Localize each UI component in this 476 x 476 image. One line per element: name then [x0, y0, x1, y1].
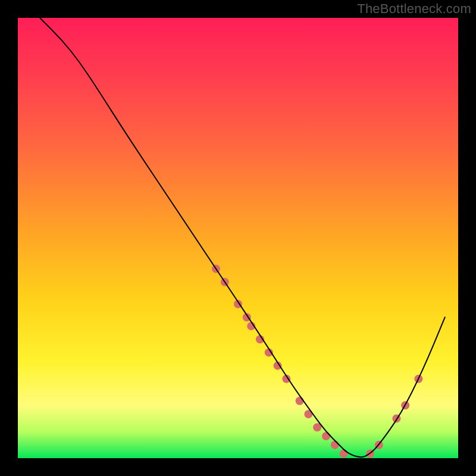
highlight-group	[212, 265, 422, 458]
bottleneck-curve	[40, 18, 445, 457]
plot-area	[18, 18, 458, 458]
chart-stage: TheBottleneck.com	[0, 0, 476, 476]
chart-svg	[18, 18, 458, 458]
highlight-dot	[322, 432, 330, 440]
highlight-dot	[340, 450, 348, 458]
highlight-dot	[296, 397, 304, 405]
highlight-dot	[331, 441, 339, 449]
watermark-text: TheBottleneck.com	[357, 1, 471, 17]
